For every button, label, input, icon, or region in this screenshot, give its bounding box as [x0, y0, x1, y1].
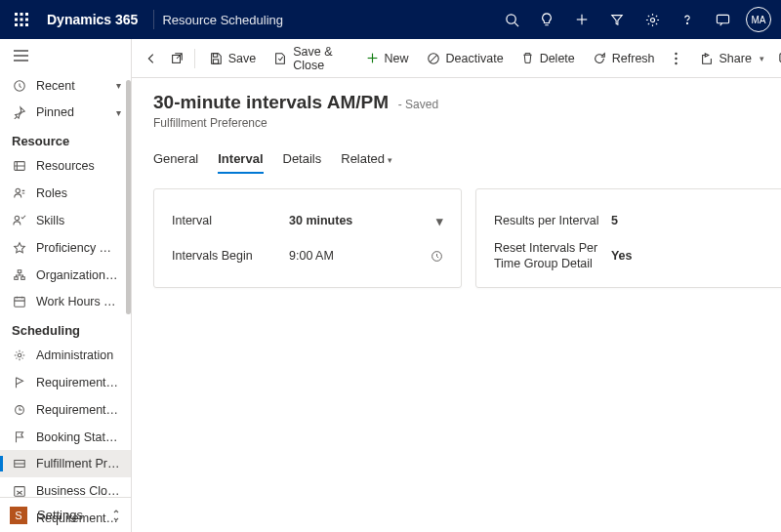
field-interval[interactable]: Interval 30 minutes▾	[172, 203, 443, 238]
tab-label: Details	[283, 151, 322, 166]
sidebar-recent[interactable]: Recent ▾	[0, 72, 131, 100]
svg-rect-8	[25, 23, 28, 26]
sidebar-item-resources[interactable]: Resources	[0, 152, 131, 180]
sidebar-area-switcher[interactable]: S Settings	[0, 497, 131, 532]
area-label: Settings	[37, 508, 102, 522]
skills-icon	[13, 214, 26, 227]
svg-rect-16	[717, 15, 728, 22]
svg-rect-31	[15, 487, 25, 497]
resources-icon	[13, 159, 26, 173]
plus-icon[interactable]	[564, 0, 599, 39]
sidebar-item-reqstatus[interactable]: Requirement Stat...	[0, 396, 131, 424]
save-label: Save	[228, 52, 257, 65]
sidebar-item-fulfillment[interactable]: Fulfillment Prefer...	[0, 450, 131, 477]
chat-icon[interactable]	[705, 0, 740, 39]
field-intervals-begin[interactable]: Intervals Begin 9:00 AM	[172, 238, 443, 273]
svg-point-41	[675, 52, 677, 54]
delete-button[interactable]: Delete	[514, 44, 583, 73]
svg-rect-27	[15, 298, 25, 307]
share-button[interactable]: Share▾	[692, 44, 772, 73]
main-area: Save Save & Close New Deactivate Delete …	[132, 39, 781, 532]
plus-icon	[366, 52, 379, 64]
sidebar-scrollbar[interactable]	[126, 80, 131, 314]
svg-line-40	[430, 55, 436, 61]
sidebar-item-roles[interactable]: Roles	[0, 180, 131, 207]
clock-icon	[13, 79, 26, 93]
svg-line-10	[514, 22, 518, 26]
sidebar-item-label: Fulfillment Prefer...	[36, 457, 121, 471]
svg-rect-7	[21, 23, 23, 26]
assistant-icon[interactable]	[774, 44, 781, 73]
refresh-button[interactable]: Refresh	[585, 44, 663, 73]
roles-icon	[13, 186, 26, 200]
svg-rect-3	[15, 19, 18, 21]
sidebar-item-bookingstatus[interactable]: Booking Statuses	[0, 424, 131, 451]
open-new-window-button[interactable]	[165, 44, 188, 73]
form-section-right: Results per Interval 5 Reset Intervals P…	[475, 188, 781, 288]
sidebar-item-reqpriority[interactable]: Requirement Prior...	[0, 369, 131, 396]
back-button[interactable]	[140, 44, 163, 73]
sidebar-item-label: Work Hours Temp...	[36, 295, 121, 308]
more-commands-button[interactable]	[665, 44, 688, 73]
tab-label: Related	[341, 151, 385, 166]
form-content: 30-minute intervals AM/PM - Saved Fulfil…	[132, 78, 781, 532]
sidebar-item-label: Proficiency Models	[36, 241, 121, 255]
area-badge: S	[10, 507, 27, 524]
hamburger-icon[interactable]	[0, 39, 131, 72]
field-results-per-interval[interactable]: Results per Interval 5	[494, 203, 765, 238]
sidebar-item-label: Skills	[36, 214, 121, 227]
sidebar-item-label: Requirement Prior...	[36, 376, 121, 389]
tab-general[interactable]: General	[153, 147, 198, 174]
delete-icon	[521, 52, 534, 64]
svg-point-9	[506, 14, 514, 22]
sidebar-item-skills[interactable]: Skills	[0, 207, 131, 234]
gear-icon[interactable]	[635, 0, 670, 39]
sidebar-item-orgunits[interactable]: Organizational Un...	[0, 262, 131, 289]
tab-details[interactable]: Details	[283, 147, 322, 174]
sidebar-item-label: Booking Statuses	[36, 430, 121, 444]
app-launcher-icon[interactable]	[4, 0, 39, 39]
search-icon[interactable]	[494, 0, 529, 39]
svg-rect-5	[25, 19, 28, 21]
svg-rect-0	[15, 13, 18, 16]
svg-point-23	[15, 216, 19, 220]
svg-rect-2	[25, 13, 28, 16]
chevron-down-icon[interactable]: ▾	[436, 214, 443, 228]
lightbulb-icon[interactable]	[529, 0, 564, 39]
svg-point-42	[675, 57, 677, 59]
svg-rect-24	[18, 269, 21, 272]
sidebar-item-label: Pinned	[36, 105, 106, 119]
svg-rect-26	[21, 276, 25, 279]
sidebar-pinned[interactable]: Pinned ▾	[0, 100, 131, 127]
calendar-icon	[13, 295, 26, 308]
field-reset-intervals[interactable]: Reset Intervals Per Time Group Detail Ye…	[494, 238, 765, 273]
form-tabs: General Interval Details Related▾	[153, 147, 781, 175]
updown-icon	[111, 509, 121, 522]
avatar-initials: MA	[752, 15, 766, 25]
clock-icon[interactable]	[431, 250, 443, 263]
filter-icon[interactable]	[599, 0, 635, 39]
chevron-down-icon: ▾	[760, 54, 764, 63]
save-button[interactable]: Save	[201, 44, 265, 73]
share-icon	[700, 52, 714, 65]
field-label: Reset Intervals Per Time Group Detail	[494, 240, 611, 272]
module-label: Resource Scheduling	[162, 13, 283, 27]
org-icon	[13, 268, 26, 282]
tab-related[interactable]: Related▾	[341, 147, 392, 174]
sidebar-item-admin[interactable]: Administration	[0, 342, 131, 369]
sidebar-item-proficiency[interactable]: Proficiency Models	[0, 234, 131, 262]
save-close-button[interactable]: Save & Close	[266, 44, 355, 73]
avatar[interactable]: MA	[746, 7, 771, 32]
field-value: 9:00 AM	[289, 249, 334, 263]
tab-interval[interactable]: Interval	[218, 147, 263, 174]
help-icon[interactable]	[670, 0, 705, 39]
save-close-icon	[273, 52, 287, 65]
deactivate-button[interactable]: Deactivate	[419, 44, 512, 73]
field-value: Yes	[611, 249, 633, 263]
refresh-icon	[593, 52, 606, 65]
record-title: 30-minute intervals AM/PM	[153, 92, 389, 112]
form-section-left: Interval 30 minutes▾ Intervals Begin 9:0…	[153, 188, 462, 288]
new-button[interactable]: New	[358, 44, 417, 73]
sidebar-item-workhours[interactable]: Work Hours Temp...	[0, 288, 131, 315]
sidebar-item-label: Roles	[36, 186, 121, 200]
